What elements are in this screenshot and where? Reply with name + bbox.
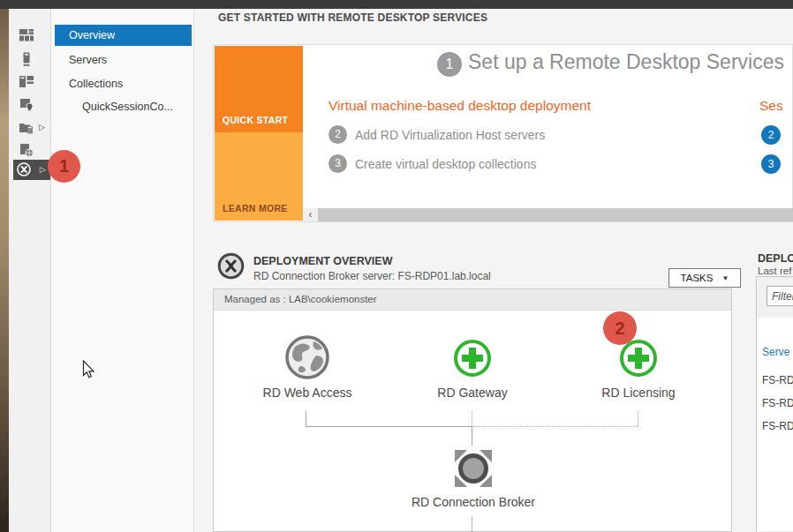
connector-line-dotted xyxy=(472,411,472,426)
nav-item-collections[interactable]: Collections xyxy=(55,73,192,94)
tasks-button[interactable]: TASKS ▼ xyxy=(668,268,741,288)
server-row[interactable]: FS-RD xyxy=(762,397,793,409)
connector-line-dotted xyxy=(638,411,638,426)
connector-line-dotted xyxy=(473,426,638,427)
deployment-overview-subtitle: RD Connection Broker server: FS-RDP01.la… xyxy=(253,270,491,282)
servers-filter-input[interactable] xyxy=(767,286,793,306)
nav-item-quicksessioncollection[interactable]: QuickSessionCo... xyxy=(55,96,192,117)
vm-deployment-link[interactable]: Virtual machine-based desktop deployment xyxy=(329,98,591,114)
rd-connection-broker-icon[interactable] xyxy=(448,445,499,492)
nav-pane: Overview Servers Collections QuickSessio… xyxy=(51,9,194,532)
learn-more-tab[interactable]: LEARN MORE xyxy=(215,132,303,221)
server-manager-window: ▷ ▷ Overview Servers Collections QuickSe… xyxy=(0,0,793,532)
session-deployment-link[interactable]: Ses xyxy=(759,98,783,114)
annotation-badge-2: 2 xyxy=(603,311,637,345)
annotation-badge-1: 1 xyxy=(48,150,80,183)
rd-gateway-label: RD Gateway xyxy=(402,386,543,400)
dropdown-arrow-icon: ▼ xyxy=(721,274,729,282)
sidebar-item-rds-selected[interactable]: ▷ xyxy=(13,160,50,180)
certificate-users-icon xyxy=(19,96,34,112)
vm-step3-link[interactable]: Create virtual desktop collections xyxy=(355,157,536,171)
deployment-servers-title: DEPLO xyxy=(758,252,793,265)
tasks-button-label: TASKS xyxy=(681,273,714,283)
sidebar-item-local-server[interactable] xyxy=(14,50,39,68)
sidebar-iconbar: ▷ ▷ xyxy=(9,9,51,532)
rd-web-access-globe-icon[interactable] xyxy=(284,334,330,380)
connector-line xyxy=(472,427,472,446)
file-storage-icon xyxy=(19,120,34,136)
rd-gateway-add-icon[interactable] xyxy=(452,338,493,378)
scroll-left-arrow-icon[interactable]: ‹ xyxy=(304,208,317,221)
rd-connection-broker-label: RD Connection Broker xyxy=(403,495,544,509)
vm-step2-circle: 2 xyxy=(329,125,347,144)
web-server-globe-icon xyxy=(19,142,34,158)
deployment-servers-refreshed: Last ref xyxy=(758,266,791,276)
get-started-title: GET STARTED WITH REMOTE DESKTOP SERVICES xyxy=(218,11,487,24)
server-name-column-header[interactable]: Serve xyxy=(762,346,789,358)
window-top-bar xyxy=(0,0,793,9)
vm-step3-circle: 3 xyxy=(329,154,347,173)
rds-expander-icon[interactable]: ▷ xyxy=(40,166,46,174)
rds-logo-icon xyxy=(217,252,245,280)
connector-line xyxy=(472,516,472,532)
all-servers-icon xyxy=(19,74,34,90)
managed-as-bar: Managed as : LAB\cookiemonster xyxy=(214,289,731,311)
connector-line xyxy=(306,426,472,427)
mouse-cursor-icon xyxy=(82,360,95,379)
session-step2-circle: 2 xyxy=(761,125,781,145)
server-row[interactable]: FS-RD xyxy=(762,420,793,432)
nav-item-overview[interactable]: Overview xyxy=(55,25,192,46)
deployment-overview-title: DEPLOYMENT OVERVIEW xyxy=(253,255,392,267)
sidebar-item-certificates[interactable] xyxy=(14,95,39,113)
dashboard-icon xyxy=(19,27,34,43)
rd-licensing-label: RD Licensing xyxy=(568,386,709,400)
quick-start-tab[interactable]: QUICK START xyxy=(215,46,303,132)
rd-web-access-label: RD Web Access xyxy=(237,386,378,400)
horizontal-scrollbar: ‹ xyxy=(304,208,793,221)
server-row[interactable]: FS-RD xyxy=(762,374,793,386)
step1-heading: Set up a Remote Desktop Services xyxy=(468,50,784,74)
remote-desktop-services-icon xyxy=(16,161,32,177)
step1-number-circle: 1 xyxy=(437,52,462,77)
sidebar-item-file-storage[interactable] xyxy=(14,119,39,137)
connector-line xyxy=(306,411,306,427)
sidebar-item-all-servers[interactable] xyxy=(14,73,39,91)
desktop-background-strip xyxy=(0,9,9,532)
nav-item-servers[interactable]: Servers xyxy=(55,49,192,71)
local-server-icon xyxy=(19,51,34,67)
file-storage-expander-icon[interactable]: ▷ xyxy=(39,124,45,131)
learn-more-label: LEARN MORE xyxy=(223,203,288,214)
scrollbar-thumb[interactable] xyxy=(318,208,793,221)
quick-start-label: QUICK START xyxy=(223,115,288,125)
sidebar-item-dashboard[interactable] xyxy=(14,26,39,44)
session-step3-circle: 3 xyxy=(761,154,781,174)
sidebar-item-web-server[interactable] xyxy=(14,141,39,159)
vm-step2-link[interactable]: Add RD Virtualization Host servers xyxy=(355,128,545,142)
